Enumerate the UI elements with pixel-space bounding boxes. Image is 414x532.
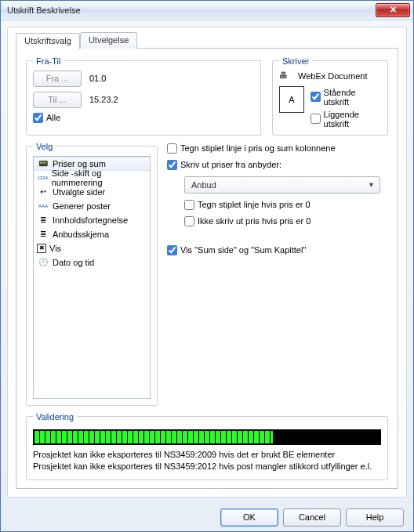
list-item[interactable]: ≣Innholdsfortegnelse: [34, 213, 150, 227]
options-area: Tegn stiplet linje i pris og sum kolonne…: [167, 142, 390, 406]
dialog-window: Utskrift Beskrivelse ✕ Utskriftsvalg Utv…: [0, 0, 414, 532]
progress-segment: [271, 431, 273, 443]
vis-sumside-row[interactable]: Vis "Sum side" og "Sum Kapittel": [167, 245, 390, 255]
portrait-label: Stående utskrift: [324, 88, 381, 107]
titlebar: Utskrift Beskrivelse ✕: [1, 1, 413, 20]
printer-icon: 🖶: [279, 71, 293, 81]
lines-icon: ≣: [37, 214, 49, 226]
landscape-checkbox-row[interactable]: Liggende utskrift: [310, 110, 381, 128]
list-item[interactable]: ≣Anbudsskjema: [34, 227, 150, 241]
progress-segment: [95, 431, 100, 443]
fra-til-legend: Fra-Til: [33, 56, 64, 66]
mid-row: Velg 📟Priser og sum1234Side -skift og nu…: [24, 142, 390, 406]
list-item-label: Utvalgte sider: [53, 187, 105, 197]
progress-segment: [221, 431, 226, 443]
validering-msg-2: Prosjektet kan ikke eksporteres til NS34…: [33, 461, 381, 471]
validering-legend: Validering: [33, 412, 77, 422]
stiplet-pris0-checkbox[interactable]: [184, 200, 194, 210]
progress-segment: [183, 431, 187, 443]
progress-segment: [111, 431, 116, 443]
list-item[interactable]: AAAGenerer poster: [34, 199, 150, 213]
skriv-priser-anbyder-checkbox[interactable]: [167, 160, 177, 170]
alle-checkbox[interactable]: [33, 113, 43, 123]
help-button[interactable]: Help: [346, 508, 404, 527]
fra-value: 01.0: [89, 74, 106, 83]
progress-segment: [34, 431, 39, 443]
progress-segment: [117, 431, 122, 443]
validering-msg-1: Prosjektet kan ikke eksporteres til NS34…: [33, 450, 381, 459]
ikke-skriv-pris0-row[interactable]: Ikke skriv ut pris hvis pris er 0: [184, 216, 390, 226]
button-label: Cancel: [299, 512, 325, 522]
portrait-checkbox-row[interactable]: Stående utskrift: [310, 88, 381, 107]
stiplet-pris0-row[interactable]: Tegn stiplet linje hvis pris er 0: [184, 200, 390, 210]
stiplet-pris0-label: Tegn stiplet linje hvis pris er 0: [198, 200, 310, 209]
progress-segment: [155, 431, 160, 443]
list-item-label: Side -skift og nummerering: [52, 168, 147, 187]
ok-button[interactable]: OK: [220, 508, 278, 527]
vis-sumside-label: Vis "Sum side" og "Sum Kapittel": [180, 245, 306, 255]
stiplet-kolonner-row[interactable]: Tegn stiplet linje i pris og sum kolonne…: [167, 143, 390, 154]
progress-segment: [249, 431, 253, 443]
content-area: Utskriftsvalg Utvelgelse Fra-Til Fra ...…: [7, 27, 407, 498]
progress-segment: [227, 431, 231, 443]
list-item[interactable]: 1234Side -skift og nummerering: [34, 171, 150, 185]
anbyder-select[interactable]: Anbud ▼: [184, 176, 380, 194]
progress-segment: [56, 431, 61, 443]
list-item-label: Priser og sum: [53, 159, 106, 168]
progress-segment: [238, 431, 242, 443]
tab-utvelgelse[interactable]: Utvelgelse: [80, 32, 137, 49]
progress-segment: [67, 431, 72, 443]
list-item-label: Dato og tid: [53, 258, 94, 267]
progress-segment: [73, 431, 78, 443]
list-item-label: Vis: [49, 244, 61, 253]
button-label: Til ...: [48, 95, 66, 104]
landscape-checkbox[interactable]: [310, 114, 321, 124]
skriver-legend: Skriver: [279, 56, 312, 66]
button-label: Help: [366, 512, 384, 522]
window-title: Utskrift Beskrivelse: [7, 5, 81, 15]
progress-segment: [210, 431, 215, 443]
tab-strip: Utskriftsvalg Utvelgelse: [16, 32, 398, 49]
chevron-down-icon: ▼: [368, 181, 375, 189]
progress-segment: [166, 431, 171, 443]
portrait-letter: A: [289, 95, 294, 104]
progress-segment: [100, 431, 105, 443]
fra-button[interactable]: Fra ...: [33, 71, 82, 87]
progress-segment: [260, 431, 264, 443]
progress-segment: [122, 431, 127, 443]
progress-segment: [128, 431, 133, 443]
progress-segment: [205, 431, 209, 443]
list-item-label: Innholdsfortegnelse: [53, 215, 128, 225]
progress-segment: [144, 431, 149, 443]
list-item[interactable]: ✖Vis: [34, 241, 150, 255]
top-row: Fra-Til Fra ... 01.0 Til ... 15.23.2: [24, 56, 390, 136]
validering-group: Validering Prosjektet kan ikke eksporter…: [26, 412, 388, 480]
progress-segment: [150, 431, 154, 443]
vis-sumside-checkbox[interactable]: [167, 245, 177, 255]
close-icon: ✕: [390, 5, 397, 15]
stiplet-kolonner-label: Tegn stiplet linje i pris og sum kolonne…: [180, 143, 336, 153]
tab-utskriftsvalg[interactable]: Utskriftsvalg: [16, 33, 80, 49]
cancel-button[interactable]: Cancel: [283, 508, 341, 527]
x-icon: ✖: [37, 244, 46, 253]
progress-segment: [84, 431, 89, 443]
portrait-checkbox[interactable]: [310, 92, 321, 102]
ikke-skriv-pris0-checkbox[interactable]: [184, 216, 194, 226]
fra-til-group: Fra-Til Fra ... 01.0 Til ... 15.23.2: [26, 56, 261, 136]
close-button[interactable]: ✕: [376, 3, 410, 17]
tab-label: Utvelgelse: [89, 35, 129, 45]
stiplet-kolonner-checkbox[interactable]: [167, 143, 177, 154]
spacer: [167, 233, 390, 239]
list-item[interactable]: 🕘Dato og tid: [34, 255, 150, 270]
skriv-priser-anbyder-row[interactable]: Skriv ut priser fra anbyder:: [167, 160, 390, 170]
progress-segment: [62, 431, 67, 443]
alle-checkbox-row[interactable]: Alle: [33, 113, 254, 123]
velg-listbox[interactable]: 📟Priser og sum1234Side -skift og nummere…: [33, 156, 151, 399]
velg-group: Velg 📟Priser og sum1234Side -skift og nu…: [26, 142, 158, 406]
printer-name: WebEx Document: [298, 71, 367, 81]
progress-segment: [216, 431, 220, 443]
landscape-label: Liggende utskrift: [324, 110, 381, 128]
progress-segment: [194, 431, 198, 443]
til-button[interactable]: Til ...: [33, 92, 82, 108]
validering-progress: [33, 429, 381, 445]
